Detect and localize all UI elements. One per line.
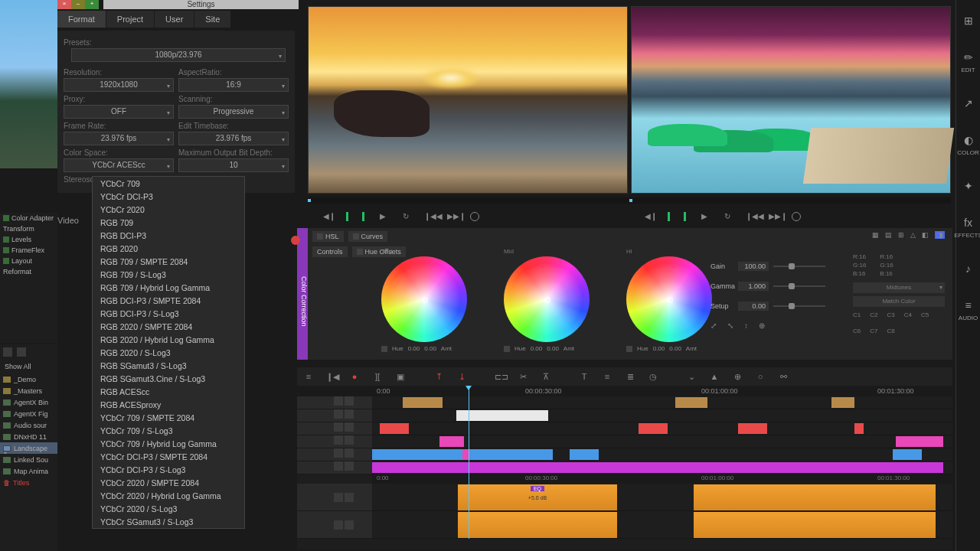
scope-icon[interactable]: △ [910,231,916,239]
fx-reformat[interactable]: Reformat [0,266,57,277]
clip[interactable] [403,397,443,408]
track-mute[interactable] [334,493,343,502]
clip[interactable] [831,397,854,408]
align-icon[interactable]: ≡ [602,372,612,381]
scope-icon[interactable]: ◨ [935,231,945,239]
colorspace-option[interactable]: YCbCr 709 / S-Log3 [93,424,244,437]
clip[interactable] [893,449,922,460]
controls-subtab[interactable]: Controls [312,246,348,257]
curves-tab[interactable]: Curves [348,231,388,242]
track-toggle[interactable] [334,435,343,445]
step-back-icon[interactable]: ◀❙ [645,212,654,221]
colorspace-option[interactable]: RGB ACEScc [93,385,244,398]
tool-icon[interactable]: ⊼ [541,372,551,382]
mark-in-icon[interactable]: ❙◀ [326,372,337,382]
bin-show-all[interactable]: Show All [0,360,57,373]
right-tool-↗[interactable]: ↗ [956,83,980,124]
tab-user[interactable]: User [155,11,194,28]
clip[interactable] [372,462,943,473]
source-viewer[interactable] [308,6,628,194]
playhead[interactable] [469,386,469,539]
picker-icon[interactable]: ⤡ [727,321,733,330]
jog-icon[interactable] [470,212,479,221]
tab-format[interactable]: Format [57,11,106,28]
presets-select[interactable]: 1080p/23.976 [71,48,286,62]
colorspace-option[interactable]: RGB 2020 / Hybrid Log Gamma [93,333,244,346]
gamma-slider[interactable] [773,285,825,287]
shadow-wheel[interactable] [381,256,467,342]
audio-clip[interactable] [694,512,936,538]
audio-clip[interactable]: EQ+5.0 dB [458,484,617,510]
right-tool-edit[interactable]: ✏EDIT [956,41,980,83]
mark-out-icon[interactable] [362,212,364,221]
clip[interactable] [372,449,462,460]
clip[interactable] [469,449,553,460]
loop-icon[interactable]: ↻ [401,212,410,221]
scope-icon[interactable]: ⊞ [898,231,904,239]
clip[interactable] [854,423,864,434]
overwrite-icon[interactable]: ▣ [395,372,406,382]
channel-c5[interactable]: C5 [921,311,929,318]
channel-c1[interactable]: C1 [853,311,861,318]
video-track[interactable] [372,435,952,448]
mark-out-icon[interactable] [684,212,686,221]
bin-view-icon[interactable] [3,347,12,357]
bin-item[interactable]: _Masters [0,385,57,396]
colorspace-option[interactable]: RGB 709 / SMPTE 2084 [93,255,244,268]
mark-in-icon[interactable] [346,212,348,221]
track-toggle[interactable] [345,409,354,419]
colorspace-option[interactable]: YCbCr 2020 [93,203,244,216]
clip[interactable] [675,397,707,408]
fx-frameflex[interactable]: FrameFlex [0,245,57,256]
reset-icon[interactable] [626,346,632,352]
channel-c4[interactable]: C4 [904,311,912,318]
video-track[interactable] [372,396,952,409]
splice-icon[interactable]: ][ [372,372,383,381]
setup-slider[interactable] [773,305,825,307]
close-icon[interactable]: × [57,0,71,9]
bin-item[interactable]: AgentX Bin [0,396,57,408]
track-mute[interactable] [334,520,343,530]
bin-item[interactable]: Audio sour [0,419,57,431]
scope-icon[interactable]: ▤ [885,231,892,239]
reset-icon[interactable] [504,346,510,352]
fx-layout[interactable]: Layout [0,256,57,266]
fx-color-adapter[interactable]: Color Adapter [0,213,57,223]
track-toggle[interactable] [334,461,343,471]
hsl-tab[interactable]: HSL [312,231,344,242]
track-toggle[interactable] [345,422,354,432]
scrub-bar[interactable] [308,197,951,204]
loop-icon[interactable]: ↻ [723,212,732,221]
colorspace-option[interactable]: RGB SGamut3 / S-Log3 [93,359,244,372]
timeline-ruler[interactable]: 0:00 00:00:30:00 00:01:00:00 00:01:30:00 [372,386,952,396]
colorspace-option[interactable]: RGB 2020 / S-Log3 [93,346,244,359]
colorspace-option[interactable]: YCbCr 2020 / SMPTE 2084 [93,476,244,489]
jog-icon[interactable] [792,212,801,221]
colorspace-option[interactable]: RGB 2020 [93,242,244,255]
tab-site[interactable]: Site [194,11,230,28]
chevron-icon[interactable]: ⌄ [686,372,697,382]
right-tool-effects[interactable]: fxEFFECTS [956,207,980,248]
minimize-icon[interactable]: – [71,0,85,9]
proxy-select[interactable]: OFF [64,105,174,119]
colorspace-option[interactable]: RGB 709 / Hybrid Log Gamma [93,281,244,294]
midtone-wheel[interactable] [504,256,590,342]
fx-levels[interactable]: Levels [0,234,57,245]
right-tool-⊞[interactable]: ⊞ [956,0,980,41]
align-icon[interactable]: ≣ [625,372,635,382]
picker-icon[interactable]: ⤢ [710,321,717,330]
colorspace-option[interactable]: RGB DCI-P3 / SMPTE 2084 [93,294,244,307]
extract-icon[interactable]: ⤓ [456,372,467,382]
next-icon[interactable]: ▶▶❙ [769,212,778,221]
setup-value[interactable]: 0.00 [738,302,769,311]
tool-icon[interactable]: ⊕ [732,372,743,382]
midtones-select[interactable]: Midtones [853,282,945,293]
audio-track[interactable] [372,511,952,539]
colorspace-option[interactable]: RGB DCI-P3 / S-Log3 [93,307,244,320]
bin-item-trash[interactable]: 🗑Titles [0,477,57,488]
track-toggle[interactable] [345,448,354,458]
tool-icon[interactable]: ○ [755,372,766,381]
lift-icon[interactable]: ⤒ [433,372,444,382]
video-track[interactable] [372,461,952,474]
fx-transform[interactable]: Transform [0,223,57,234]
